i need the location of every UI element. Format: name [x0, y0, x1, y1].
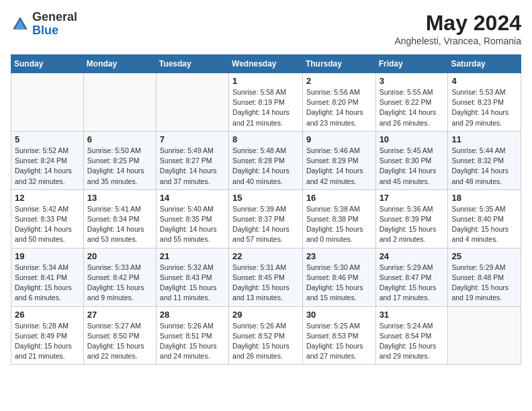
calendar-week-row: 12Sunrise: 5:42 AMSunset: 8:33 PMDayligh…: [11, 189, 521, 248]
day-info: Sunrise: 5:29 AMSunset: 8:47 PMDaylight:…: [380, 263, 445, 304]
day-number: 14: [160, 193, 225, 203]
calendar-cell: 19Sunrise: 5:34 AMSunset: 8:41 PMDayligh…: [11, 248, 84, 306]
logo: General Blue: [11, 11, 77, 38]
location: Anghelesti, Vrancea, Romania: [394, 36, 521, 46]
day-info: Sunrise: 5:50 AMSunset: 8:25 PMDaylight:…: [87, 146, 152, 187]
day-info: Sunrise: 5:31 AMSunset: 8:45 PMDaylight:…: [232, 263, 299, 304]
weekday-header: Monday: [83, 55, 156, 73]
weekday-header: Thursday: [302, 55, 375, 73]
day-number: 20: [87, 251, 152, 261]
day-info: Sunrise: 5:45 AMSunset: 8:30 PMDaylight:…: [380, 146, 445, 187]
calendar-table: SundayMondayTuesdayWednesdayThursdayFrid…: [11, 54, 521, 365]
day-info: Sunrise: 5:38 AMSunset: 8:38 PMDaylight:…: [306, 204, 372, 245]
day-number: 26: [15, 310, 80, 320]
day-number: 24: [380, 251, 445, 261]
day-number: 22: [232, 251, 299, 261]
day-info: Sunrise: 5:48 AMSunset: 8:28 PMDaylight:…: [232, 146, 299, 187]
day-number: 12: [15, 193, 80, 203]
weekday-header: Tuesday: [156, 55, 228, 73]
day-number: 25: [451, 251, 517, 261]
day-number: 30: [306, 310, 372, 320]
day-info: Sunrise: 5:44 AMSunset: 8:32 PMDaylight:…: [451, 146, 517, 187]
day-info: Sunrise: 5:56 AMSunset: 8:20 PMDaylight:…: [306, 87, 372, 128]
day-info: Sunrise: 5:24 AMSunset: 8:54 PMDaylight:…: [380, 321, 445, 362]
logo-general: General: [32, 10, 77, 24]
day-number: 4: [451, 76, 517, 86]
day-info: Sunrise: 5:32 AMSunset: 8:43 PMDaylight:…: [160, 263, 225, 304]
month-title: May 2024: [394, 11, 521, 36]
day-number: 17: [380, 193, 445, 203]
day-number: 10: [380, 134, 445, 144]
calendar-cell: 4Sunrise: 5:53 AMSunset: 8:23 PMDaylight…: [448, 73, 521, 132]
calendar-cell: 6Sunrise: 5:50 AMSunset: 8:25 PMDaylight…: [83, 131, 156, 189]
title-block: May 2024 Anghelesti, Vrancea, Romania: [394, 11, 521, 46]
day-number: 23: [306, 251, 372, 261]
day-info: Sunrise: 5:46 AMSunset: 8:29 PMDaylight:…: [306, 146, 372, 187]
day-number: 3: [380, 76, 445, 86]
calendar-cell: [11, 73, 84, 132]
day-info: Sunrise: 5:58 AMSunset: 8:19 PMDaylight:…: [232, 87, 299, 128]
calendar-cell: 20Sunrise: 5:33 AMSunset: 8:42 PMDayligh…: [83, 248, 156, 306]
day-number: 18: [451, 193, 517, 203]
day-number: 15: [232, 193, 299, 203]
calendar-week-row: 19Sunrise: 5:34 AMSunset: 8:41 PMDayligh…: [11, 248, 521, 306]
weekday-header: Friday: [375, 55, 448, 73]
logo-icon: [11, 15, 30, 34]
day-number: 27: [87, 310, 152, 320]
day-number: 5: [15, 134, 80, 144]
weekday-header: Sunday: [11, 55, 84, 73]
calendar-cell: 21Sunrise: 5:32 AMSunset: 8:43 PMDayligh…: [156, 248, 228, 306]
day-info: Sunrise: 5:55 AMSunset: 8:22 PMDaylight:…: [380, 87, 445, 128]
day-info: Sunrise: 5:25 AMSunset: 8:53 PMDaylight:…: [306, 321, 372, 362]
weekday-header-row: SundayMondayTuesdayWednesdayThursdayFrid…: [11, 55, 521, 73]
day-info: Sunrise: 5:29 AMSunset: 8:48 PMDaylight:…: [451, 263, 517, 304]
calendar-cell: 3Sunrise: 5:55 AMSunset: 8:22 PMDaylight…: [375, 73, 448, 132]
logo-blue: Blue: [32, 24, 58, 37]
calendar-cell: 29Sunrise: 5:26 AMSunset: 8:52 PMDayligh…: [229, 306, 303, 365]
day-info: Sunrise: 5:30 AMSunset: 8:46 PMDaylight:…: [306, 263, 372, 304]
day-info: Sunrise: 5:26 AMSunset: 8:51 PMDaylight:…: [160, 321, 225, 362]
calendar-cell: 16Sunrise: 5:38 AMSunset: 8:38 PMDayligh…: [302, 189, 375, 248]
calendar-cell: 10Sunrise: 5:45 AMSunset: 8:30 PMDayligh…: [375, 131, 448, 189]
weekday-header: Saturday: [448, 55, 521, 73]
day-number: 13: [87, 193, 152, 203]
calendar-cell: 17Sunrise: 5:36 AMSunset: 8:39 PMDayligh…: [375, 189, 448, 248]
calendar-cell: 5Sunrise: 5:52 AMSunset: 8:24 PMDaylight…: [11, 131, 84, 189]
day-number: 31: [380, 310, 445, 320]
calendar-cell: 25Sunrise: 5:29 AMSunset: 8:48 PMDayligh…: [448, 248, 521, 306]
calendar-cell: 11Sunrise: 5:44 AMSunset: 8:32 PMDayligh…: [448, 131, 521, 189]
calendar-cell: 18Sunrise: 5:35 AMSunset: 8:40 PMDayligh…: [448, 189, 521, 248]
calendar-cell: 12Sunrise: 5:42 AMSunset: 8:33 PMDayligh…: [11, 189, 84, 248]
calendar-cell: 23Sunrise: 5:30 AMSunset: 8:46 PMDayligh…: [302, 248, 375, 306]
day-info: Sunrise: 5:33 AMSunset: 8:42 PMDaylight:…: [87, 263, 152, 304]
day-number: 7: [160, 134, 225, 144]
calendar-cell: 30Sunrise: 5:25 AMSunset: 8:53 PMDayligh…: [302, 306, 375, 365]
day-info: Sunrise: 5:39 AMSunset: 8:37 PMDaylight:…: [232, 204, 299, 245]
day-info: Sunrise: 5:53 AMSunset: 8:23 PMDaylight:…: [451, 87, 517, 128]
calendar-week-row: 26Sunrise: 5:28 AMSunset: 8:49 PMDayligh…: [11, 306, 521, 365]
calendar-cell: 1Sunrise: 5:58 AMSunset: 8:19 PMDaylight…: [229, 73, 303, 132]
day-info: Sunrise: 5:27 AMSunset: 8:50 PMDaylight:…: [87, 321, 152, 362]
day-info: Sunrise: 5:26 AMSunset: 8:52 PMDaylight:…: [232, 321, 299, 362]
calendar-cell: 28Sunrise: 5:26 AMSunset: 8:51 PMDayligh…: [156, 306, 228, 365]
day-info: Sunrise: 5:28 AMSunset: 8:49 PMDaylight:…: [15, 321, 80, 362]
day-info: Sunrise: 5:52 AMSunset: 8:24 PMDaylight:…: [15, 146, 80, 187]
calendar-cell: 2Sunrise: 5:56 AMSunset: 8:20 PMDaylight…: [302, 73, 375, 132]
calendar-cell: 26Sunrise: 5:28 AMSunset: 8:49 PMDayligh…: [11, 306, 84, 365]
calendar-cell: 13Sunrise: 5:41 AMSunset: 8:34 PMDayligh…: [83, 189, 156, 248]
calendar-cell: [156, 73, 228, 132]
calendar-cell: 27Sunrise: 5:27 AMSunset: 8:50 PMDayligh…: [83, 306, 156, 365]
calendar-cell: 15Sunrise: 5:39 AMSunset: 8:37 PMDayligh…: [229, 189, 303, 248]
calendar-cell: 14Sunrise: 5:40 AMSunset: 8:35 PMDayligh…: [156, 189, 228, 248]
weekday-header: Wednesday: [229, 55, 303, 73]
day-info: Sunrise: 5:35 AMSunset: 8:40 PMDaylight:…: [451, 204, 517, 245]
calendar-cell: 22Sunrise: 5:31 AMSunset: 8:45 PMDayligh…: [229, 248, 303, 306]
day-number: 6: [87, 134, 152, 144]
day-info: Sunrise: 5:41 AMSunset: 8:34 PMDaylight:…: [87, 204, 152, 245]
calendar-cell: 31Sunrise: 5:24 AMSunset: 8:54 PMDayligh…: [375, 306, 448, 365]
calendar-cell: 9Sunrise: 5:46 AMSunset: 8:29 PMDaylight…: [302, 131, 375, 189]
calendar-cell: 7Sunrise: 5:49 AMSunset: 8:27 PMDaylight…: [156, 131, 228, 189]
day-info: Sunrise: 5:34 AMSunset: 8:41 PMDaylight:…: [15, 263, 80, 304]
day-number: 8: [232, 134, 299, 144]
day-info: Sunrise: 5:42 AMSunset: 8:33 PMDaylight:…: [15, 204, 80, 245]
